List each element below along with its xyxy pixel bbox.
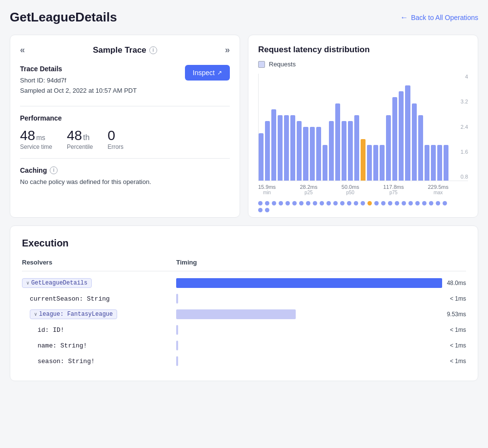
timing-text: < 1ms	[450, 358, 466, 365]
chart-bar	[348, 121, 353, 181]
chart-bar	[361, 139, 366, 181]
chart-bar	[437, 145, 442, 181]
table-row: ∨ league: FantasyLeague 9.53ms	[22, 306, 466, 322]
trace-dot[interactable]	[415, 201, 420, 205]
trace-dot[interactable]	[320, 201, 324, 205]
trace-dot[interactable]	[402, 201, 406, 205]
dots-row[interactable]	[258, 201, 468, 212]
trace-dot[interactable]	[367, 201, 372, 205]
legend-box-icon	[258, 61, 265, 68]
timing-cell: < 1ms	[176, 325, 466, 335]
trace-dot[interactable]	[408, 201, 413, 205]
next-trace-button[interactable]: »	[225, 45, 230, 55]
trace-dot[interactable]	[313, 201, 317, 205]
y-axis-label: 3.2	[451, 99, 468, 104]
trace-dot[interactable]	[381, 201, 386, 205]
trace-dot[interactable]	[374, 201, 379, 205]
sample-trace-panel: « Sample Trace i » Trace Details Short I…	[10, 35, 240, 218]
y-axis: 43.22.41.60.8	[451, 74, 468, 181]
trace-dot[interactable]	[333, 201, 338, 205]
chart-bar	[386, 115, 391, 181]
latency-panel: Request latency distribution Requests 43…	[248, 35, 478, 218]
timing-cell: < 1ms	[176, 356, 466, 366]
back-arrow-icon: ←	[400, 13, 408, 22]
chart-bar	[354, 115, 359, 181]
trace-dot[interactable]	[388, 201, 392, 205]
resolvers-col-header: Resolvers	[22, 259, 168, 266]
timing-text: < 1ms	[450, 342, 466, 349]
trace-dot[interactable]	[292, 201, 297, 205]
percentile-value: 48th	[67, 129, 93, 143]
performance-metrics: 48ms Service time 48th Percentile 0 Erro…	[20, 129, 230, 150]
caching-info-icon[interactable]: i	[50, 166, 58, 174]
x-axis-label: 229.5msmax	[428, 184, 448, 195]
chart-bar	[259, 133, 264, 181]
timing-bar-container	[176, 278, 442, 288]
trace-dot[interactable]	[436, 201, 440, 205]
trace-dot[interactable]	[258, 201, 263, 205]
trace-dot[interactable]	[354, 201, 358, 205]
page-title: GetLeagueDetails	[10, 10, 117, 25]
timing-cell: < 1ms	[176, 341, 466, 350]
chart-bar	[367, 145, 372, 181]
caching-text: No cache policy was defined for this ope…	[20, 178, 230, 185]
trace-dot[interactable]	[265, 201, 269, 205]
trace-details-text: Trace Details Short ID: 94dd7f Sampled a…	[20, 65, 137, 96]
chart-bar	[284, 115, 289, 181]
x-axis-label: 15.9msmin	[258, 184, 276, 195]
trace-dot[interactable]	[395, 201, 399, 205]
chart-bar	[373, 145, 378, 181]
percentile-label: Percentile	[67, 143, 93, 150]
trace-dot[interactable]	[326, 201, 331, 205]
trace-dot[interactable]	[265, 208, 269, 212]
timing-bar	[176, 309, 296, 319]
chart-bar	[418, 115, 423, 181]
chart-bar	[425, 145, 429, 181]
table-row: ∨ GetLeagueDetails 48.0ms	[22, 275, 466, 291]
trace-dot[interactable]	[285, 201, 290, 205]
x-axis: 15.9msmin28.2msp2550.0msp50117.8msp75229…	[258, 184, 468, 195]
timing-text: < 1ms	[450, 326, 466, 333]
latency-chart: 43.22.41.60.8	[258, 74, 468, 181]
resolver-badge[interactable]: ∨ league: FantasyLeague	[30, 309, 117, 319]
chart-bar	[412, 103, 417, 181]
timing-bar	[176, 294, 178, 304]
timing-col-header: Timing	[176, 259, 466, 266]
trace-dot[interactable]	[443, 201, 447, 205]
back-link[interactable]: ← Back to All Operations	[400, 13, 478, 22]
trace-dot[interactable]	[347, 201, 351, 205]
trace-details-section: Trace Details Short ID: 94dd7f Sampled a…	[20, 65, 230, 96]
caching-section: Caching i No cache policy was defined fo…	[20, 166, 230, 185]
trace-dot[interactable]	[272, 201, 276, 205]
y-axis-label: 0.8	[451, 174, 468, 180]
timing-bar-container	[176, 356, 445, 366]
trace-dot[interactable]	[299, 201, 304, 205]
chart-bar	[290, 115, 295, 181]
chart-bar	[316, 127, 321, 181]
table-row: currentSeason: String < 1ms	[22, 291, 466, 306]
timing-bar	[176, 325, 178, 335]
chart-bar	[335, 103, 340, 181]
errors-label: Errors	[107, 143, 123, 150]
timing-bar-container	[176, 309, 442, 319]
chart-bar	[310, 127, 315, 181]
trace-dot[interactable]	[429, 201, 433, 205]
resolver-badge[interactable]: ∨ GetLeagueDetails	[22, 278, 92, 288]
execution-table: ∨ GetLeagueDetails 48.0ms currentSeason:…	[22, 275, 466, 369]
table-row: id: ID! < 1ms	[22, 322, 466, 338]
trace-dot[interactable]	[361, 201, 365, 205]
performance-section: Performance 48ms Service time 48th Perce…	[20, 114, 230, 150]
timing-bar	[176, 356, 178, 366]
service-time-metric: 48ms Service time	[20, 129, 52, 150]
inspect-button[interactable]: Inspect ↗	[185, 65, 230, 81]
chart-legend: Requests	[258, 61, 468, 68]
prev-trace-button[interactable]: «	[20, 45, 25, 55]
trace-info-icon[interactable]: i	[149, 46, 157, 54]
trace-dot[interactable]	[340, 201, 345, 205]
trace-dot[interactable]	[306, 201, 310, 205]
trace-dot[interactable]	[258, 208, 263, 212]
trace-dot[interactable]	[279, 201, 283, 205]
trace-dot[interactable]	[422, 201, 427, 205]
chart-bar	[444, 145, 448, 181]
chart-bar	[392, 97, 397, 181]
